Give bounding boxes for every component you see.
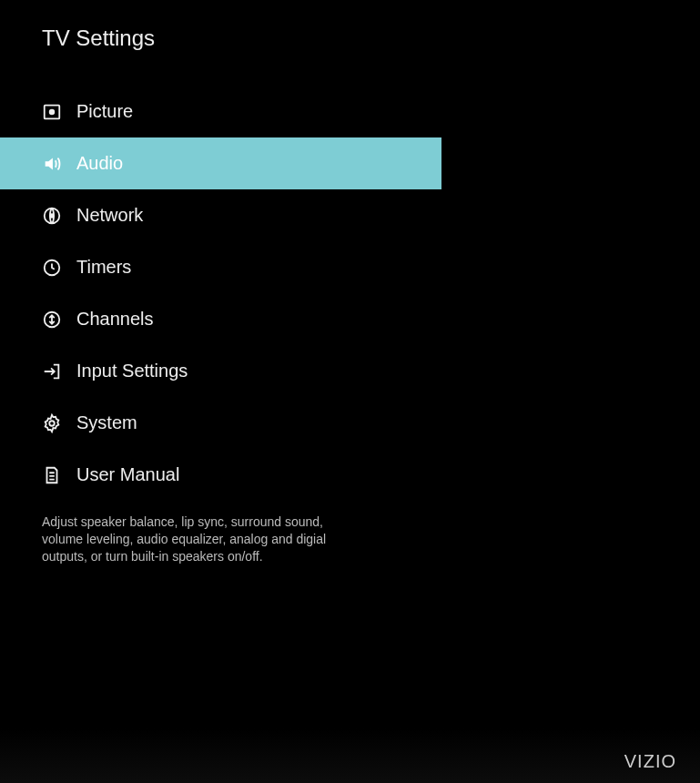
bezel-shadow bbox=[0, 728, 700, 783]
svg-point-1 bbox=[50, 109, 55, 114]
clock-icon bbox=[42, 258, 62, 278]
menu-item-user-manual[interactable]: User Manual bbox=[0, 449, 700, 501]
selection-description: Adjust speaker balance, lip sync, surrou… bbox=[0, 501, 401, 565]
menu-item-system[interactable]: System bbox=[0, 397, 700, 449]
menu-item-label: User Manual bbox=[76, 464, 179, 485]
menu-item-label: Picture bbox=[76, 101, 133, 122]
brand-logo: VIZIO bbox=[624, 751, 676, 772]
menu-item-channels[interactable]: Channels bbox=[0, 293, 700, 345]
menu-item-timers[interactable]: Timers bbox=[0, 241, 700, 293]
menu-item-label: Timers bbox=[76, 257, 131, 278]
menu-item-network[interactable]: Network bbox=[0, 189, 700, 241]
gear-icon bbox=[42, 413, 62, 433]
audio-icon bbox=[42, 154, 62, 174]
settings-menu: Picture Audio Network bbox=[0, 86, 700, 501]
menu-item-label: Input Settings bbox=[76, 361, 188, 381]
menu-item-label: Channels bbox=[76, 309, 154, 330]
network-icon bbox=[42, 206, 62, 226]
picture-icon bbox=[42, 102, 62, 122]
page-title: TV Settings bbox=[0, 0, 700, 51]
menu-item-input-settings[interactable]: Input Settings bbox=[0, 345, 700, 397]
menu-item-label: System bbox=[76, 412, 137, 433]
menu-item-label: Network bbox=[76, 205, 143, 226]
input-icon bbox=[42, 361, 62, 381]
menu-item-audio[interactable]: Audio bbox=[0, 137, 441, 189]
document-icon bbox=[42, 465, 62, 485]
menu-item-label: Audio bbox=[76, 153, 123, 174]
channels-icon bbox=[42, 310, 62, 330]
svg-point-6 bbox=[49, 421, 55, 426]
menu-item-picture[interactable]: Picture bbox=[0, 86, 700, 137]
